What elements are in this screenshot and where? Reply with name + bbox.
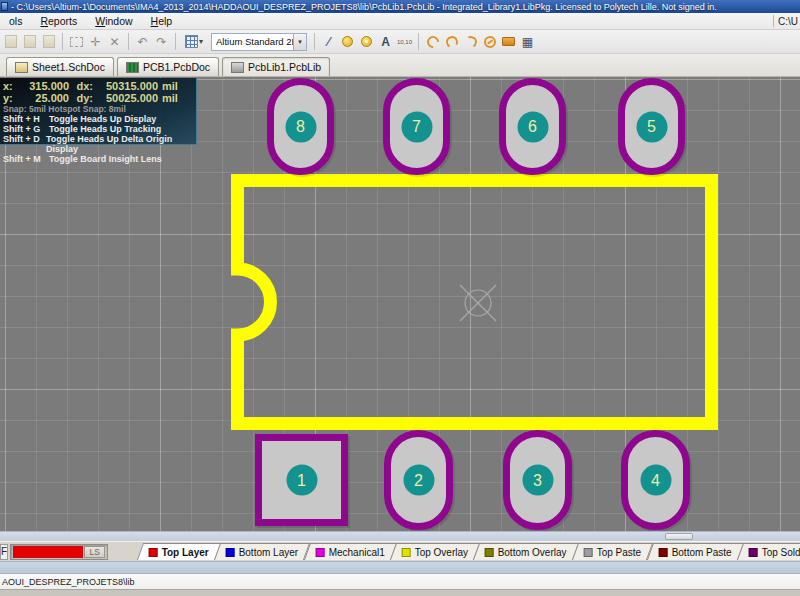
text-icon: A [381, 35, 390, 49]
paste-array-button[interactable]: ▦ [519, 33, 536, 51]
shortcut-row: Shift + DToggle Heads Up Delta Origin Di… [3, 134, 196, 154]
pad-5-number: 5 [636, 111, 667, 142]
pad-3[interactable]: 3 [503, 430, 572, 530]
snap-info: Snap: 5mil Hotspot Snap: 8mil [3, 104, 196, 114]
arc-any-angle-button[interactable] [462, 33, 479, 51]
layer-tab-top-overlay[interactable]: Top Overlay [390, 543, 481, 560]
layer-color-icon [658, 548, 667, 557]
chevron-down-icon: ▾ [199, 37, 203, 46]
cursor-x-value: 315.000 [17, 80, 69, 92]
pad-7-number: 7 [401, 111, 432, 142]
pad-3-number: 3 [522, 465, 553, 496]
panel-edge-strip [0, 561, 800, 573]
pad-1[interactable]: 1 [255, 434, 348, 526]
title-bar[interactable]: - C:\Users\Altium-1\Documents\IMA4_2013_… [0, 0, 800, 13]
copy-button[interactable] [21, 33, 38, 51]
place-string-button[interactable]: A [377, 33, 394, 51]
title-text: - C:\Users\Altium-1\Documents\IMA4_2013_… [11, 2, 717, 12]
layer-color-icon [584, 548, 593, 557]
layer-color-icon [149, 548, 158, 557]
coordinate-icon: 10,10 [397, 39, 412, 45]
layer-tab-top-solder[interactable]: Top Solder [737, 543, 800, 560]
select-area-button[interactable] [68, 33, 85, 51]
divider [773, 15, 774, 27]
panel-fragment[interactable]: F [0, 544, 8, 560]
main-toolbar: ✛ ✕ ↶ ↷ ▾ Altium Standard 2D ▾ ∕ A 10,10… [0, 30, 800, 54]
menu-item-tools[interactable]: ols [0, 13, 31, 29]
pad-6[interactable]: 6 [499, 78, 566, 175]
layer-tab-bar: F LS Top Layer Bottom Layer Mechanical1 … [0, 541, 800, 561]
shortcut-row: Shift + HToggle Heads Up Display [3, 114, 196, 124]
view-mode-value: Altium Standard 2D [212, 36, 293, 47]
cursor-y-value: 25.000 [17, 92, 69, 104]
pad-4[interactable]: 4 [621, 430, 690, 530]
place-coordinate-button[interactable]: 10,10 [396, 33, 413, 51]
move-icon: ✛ [90, 35, 100, 49]
arc-edge-icon [444, 34, 459, 49]
menu-item-reports[interactable]: Reports [31, 13, 86, 29]
arc-any-angle-icon [463, 34, 478, 49]
place-line-button[interactable]: ∕ [320, 33, 337, 51]
horizontal-scrollbar[interactable] [0, 531, 800, 541]
pad-8-number: 8 [285, 111, 316, 142]
arc-center-button[interactable] [424, 33, 441, 51]
paste-special-button[interactable] [40, 33, 57, 51]
layer-tab-mechanical1[interactable]: Mechanical1 [304, 543, 397, 560]
divider [128, 33, 129, 50]
paste-button[interactable] [2, 33, 19, 51]
heads-up-display: x: 315.000 dx: 50315.000 mil y: 25.000 d… [0, 78, 197, 145]
bottom-strip [0, 589, 800, 596]
pcb-editor-canvas[interactable]: x: 315.000 dx: 50315.000 mil y: 25.000 d… [0, 77, 800, 531]
via-icon [361, 36, 372, 47]
pad-icon [342, 36, 353, 47]
pcblib-file-icon [231, 62, 244, 73]
selection-rectangle-icon [70, 37, 83, 47]
layer-tab-bottom-layer[interactable]: Bottom Layer [214, 543, 311, 560]
origin-marker [460, 285, 496, 321]
pad-2[interactable]: 2 [384, 430, 453, 530]
layer-tab-bottom-overlay[interactable]: Bottom Overlay [473, 543, 579, 560]
pcb-file-icon [126, 62, 139, 73]
view-mode-select[interactable]: Altium Standard 2D ▾ [211, 33, 307, 51]
layer-tab-top-layer[interactable]: Top Layer [137, 543, 221, 560]
arc-edge-button[interactable] [443, 33, 460, 51]
layer-set-button[interactable]: LS [84, 546, 105, 558]
fill-icon [502, 37, 515, 46]
place-pad-button[interactable] [339, 33, 356, 51]
menu-item-help[interactable]: Help [142, 13, 182, 29]
layer-tab-top-paste[interactable]: Top Paste [572, 543, 654, 560]
pad-8[interactable]: 8 [267, 78, 334, 175]
grid-settings-button[interactable]: ▾ [181, 33, 207, 51]
tab-sheet1-schdoc[interactable]: Sheet1.SchDoc [6, 57, 114, 76]
altium-window: - C:\Users\Altium-1\Documents\IMA4_2013_… [0, 0, 800, 596]
pad-2-number: 2 [403, 465, 434, 496]
scrollbar-thumb[interactable] [665, 533, 693, 540]
shortcut-row: Shift + MToggle Board Insight Lens [3, 154, 196, 164]
place-fill-button[interactable] [500, 33, 517, 51]
layer-tabs: Top Layer Bottom Layer Mechanical1 Top O… [140, 543, 800, 560]
menu-item-window[interactable]: Window [86, 13, 141, 29]
divider [314, 33, 315, 50]
clear-selection-button[interactable]: ✕ [106, 33, 123, 51]
layer-color-icon [402, 548, 411, 557]
layer-tab-bottom-paste[interactable]: Bottom Paste [646, 543, 743, 560]
arc-center-icon [424, 33, 441, 50]
place-via-button[interactable] [358, 33, 375, 51]
move-button[interactable]: ✛ [87, 33, 104, 51]
tab-pcb1-pcbdoc[interactable]: PCB1.PcbDoc [117, 57, 219, 76]
document-tabs: Sheet1.SchDoc PCB1.PcbDoc PcbLib1.PcbLib [0, 54, 800, 77]
full-circle-button[interactable] [481, 33, 498, 51]
pad-1-number: 1 [286, 465, 317, 496]
paste-special-icon [43, 35, 55, 48]
pad-7[interactable]: 7 [383, 78, 450, 175]
layer-set-control[interactable]: LS [10, 544, 108, 560]
redo-button[interactable]: ↷ [153, 33, 170, 51]
hud-x-row: x: 315.000 dx: 50315.000 mil [3, 80, 196, 92]
divider [175, 33, 176, 50]
tab-pcblib1-pcblib[interactable]: PcbLib1.PcbLib [222, 57, 330, 76]
silkscreen-outline[interactable] [238, 181, 712, 424]
layer-color-icon [315, 548, 324, 557]
pad-5[interactable]: 5 [618, 78, 685, 175]
undo-button[interactable]: ↶ [134, 33, 151, 51]
layer-color-icon [226, 548, 235, 557]
